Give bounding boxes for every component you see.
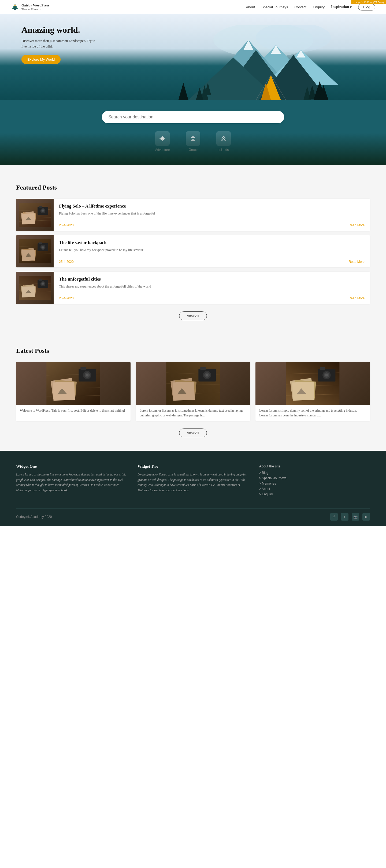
logo-name: Gatsby WordPress — [22, 3, 49, 7]
latest-card-2: Lorem ipsum, or lipsum as it is sometime… — [136, 362, 250, 421]
svg-point-55 — [42, 246, 44, 248]
svg-point-81 — [86, 374, 89, 376]
post-2-footer: 25-4-2020 Read More — [59, 260, 364, 264]
latest-grid: Welcome to WordPress. This is your first… — [16, 362, 370, 421]
nav-about[interactable]: About — [246, 5, 255, 9]
post-1-title: Flying Solo – A lifetime experience — [59, 204, 364, 209]
search-bar[interactable] — [102, 111, 284, 123]
post-3-title: The unforgetful cities — [59, 277, 364, 282]
hero-illustration — [116, 25, 386, 100]
footer-link-about[interactable]: > About — [259, 487, 370, 491]
hero-description: Discover more than just common Landscape… — [22, 38, 97, 50]
post-1-excerpt: Flying Solo has been one of the life tim… — [59, 211, 364, 220]
footer-link-blog[interactable]: > Blog — [259, 471, 370, 475]
svg-point-107 — [325, 374, 328, 376]
logo-icon — [11, 3, 19, 11]
post-2-image — [16, 235, 54, 268]
explore-button[interactable]: Explore My World — [22, 55, 61, 64]
logo-subtitle: Theme: Phoenix — [22, 7, 49, 11]
adventure-icon — [155, 131, 170, 146]
footer-link-enquiry[interactable]: > Enquiry — [259, 492, 370, 496]
hero-content: Amazing world. Discover more than just c… — [22, 25, 97, 64]
svg-marker-24 — [178, 83, 188, 100]
category-adventure[interactable]: Adventure — [155, 131, 170, 152]
footer-bottom: Codeytek Academy 2020 f t 📷 ▶ — [16, 508, 370, 521]
latest-card-1-text: Welcome to WordPress. This is your first… — [20, 408, 127, 413]
hero-title: Amazing world. — [22, 25, 97, 35]
adventure-label: Adventure — [155, 148, 170, 152]
post-3-image-svg — [19, 276, 51, 300]
category-islands[interactable]: Islands — [216, 131, 231, 152]
post-3-footer: 25-4-2020 Read More — [59, 297, 364, 300]
svg-rect-65 — [39, 279, 42, 281]
footer: Widget One Lorem Ipsum, or lipsum as it … — [0, 451, 386, 526]
svg-point-42 — [42, 210, 44, 212]
featured-title: Featured Posts — [16, 184, 370, 191]
latest-card-3-text: Lorem Ipsum is simply dummy text of the … — [259, 408, 366, 418]
search-input[interactable] — [108, 115, 278, 120]
latest-view-all-button[interactable]: View All — [179, 429, 207, 437]
social-icons: f t 📷 ▶ — [330, 513, 370, 521]
nav-enquiry[interactable]: Enquiry — [313, 5, 325, 9]
post-1-body: Flying Solo – A lifetime experience Flyi… — [54, 199, 370, 231]
logo: Gatsby WordPress Theme: Phoenix — [11, 3, 49, 11]
latest-card-1: Welcome to WordPress. This is your first… — [16, 362, 131, 421]
post-1-date: 25-4-2020 — [59, 223, 74, 227]
footer-widget-one: Widget One Lorem Ipsum, or lipsum as it … — [16, 464, 127, 498]
latest-card-2-body: Lorem ipsum, or lipsum as it is sometime… — [136, 405, 250, 421]
latest-card-1-image — [16, 362, 131, 405]
latest-card-3: Lorem Ipsum is simply dummy text of the … — [255, 362, 370, 421]
search-section: Adventure Group — [0, 100, 386, 165]
svg-rect-2 — [14, 8, 16, 10]
widget-two-text: Lorem Ipsum, or lipsum as it is sometime… — [138, 472, 248, 493]
post-3-body: The unforgetful cities This shares my ex… — [54, 272, 370, 304]
header: xlarge ≥ 1240px (77.5em) Gatsby WordPres… — [0, 0, 386, 14]
blog-button[interactable]: Blog — [358, 4, 375, 10]
copyright: Codeytek Academy 2020 — [16, 515, 52, 519]
featured-view-all-button[interactable]: View All — [179, 311, 207, 320]
nav-contact[interactable]: Contact — [294, 5, 306, 9]
instagram-icon[interactable]: 📷 — [352, 513, 359, 521]
featured-view-all-wrap: View All — [16, 311, 370, 320]
footer-widgets: Widget One Lorem Ipsum, or lipsum as it … — [16, 464, 370, 498]
post-2-title: The life savior backpack — [59, 240, 364, 245]
nav-inspiration-label: Inspiration — [331, 5, 349, 9]
search-categories: Adventure Group — [5, 131, 381, 152]
featured-post-2: The life savior backpack Let me tell you… — [16, 235, 370, 268]
main-nav: About Special Journeys Contact Enquiry I… — [246, 4, 375, 10]
svg-rect-91 — [200, 367, 206, 370]
featured-post-1: Flying Solo – A lifetime experience Flyi… — [16, 199, 370, 231]
post-1-footer: 25-4-2020 Read More — [59, 223, 364, 227]
nav-special-journeys[interactable]: Special Journeys — [261, 5, 288, 9]
facebook-icon[interactable]: f — [330, 513, 338, 521]
latest-card-2-image — [136, 362, 250, 405]
latest-card-3-image — [255, 362, 370, 405]
latest-3-svg — [255, 362, 370, 405]
featured-posts-section: Featured Posts — [0, 170, 386, 334]
islands-icon — [216, 131, 231, 146]
footer-about: About the site > Blog > Special Journeys… — [259, 464, 370, 498]
group-icon — [186, 131, 200, 146]
about-title: About the site — [259, 464, 370, 468]
nav-inspiration[interactable]: Inspiration ▾ — [331, 5, 352, 9]
svg-rect-39 — [39, 206, 42, 208]
footer-link-special-journeys[interactable]: > Special Journeys — [259, 476, 370, 480]
youtube-icon[interactable]: ▶ — [362, 513, 370, 521]
latest-card-3-body: Lorem Ipsum is simply dummy text of the … — [255, 405, 370, 421]
post-3-read-more[interactable]: Read More — [349, 297, 364, 300]
widget-two-title: Widget Two — [138, 464, 248, 469]
latest-card-2-text: Lorem ipsum, or lipsum as it is sometime… — [140, 408, 247, 418]
post-2-date: 25-4-2020 — [59, 260, 74, 264]
twitter-icon[interactable]: t — [341, 513, 348, 521]
category-group[interactable]: Group — [186, 131, 200, 152]
widget-one-title: Widget One — [16, 464, 127, 469]
post-1-read-more[interactable]: Read More — [349, 223, 364, 227]
latest-posts-section: Latest Posts — [0, 334, 386, 451]
svg-point-94 — [206, 374, 208, 376]
svg-point-3 — [14, 5, 16, 6]
post-2-read-more[interactable]: Read More — [349, 260, 364, 264]
footer-link-memories[interactable]: > Memories — [259, 482, 370, 486]
breakpoint-note: xlarge ≥ 1240px (77.5em) — [351, 0, 386, 4]
post-3-image — [16, 272, 54, 304]
svg-rect-52 — [39, 242, 42, 244]
